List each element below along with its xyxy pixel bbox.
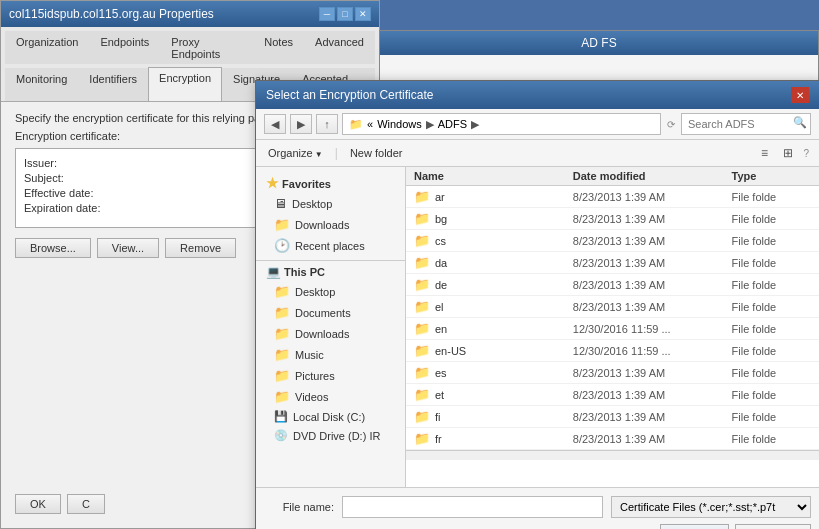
maximize-btn[interactable]: □: [337, 7, 353, 21]
horizontal-scrollbar[interactable]: [406, 450, 819, 460]
minimize-btn[interactable]: ─: [319, 7, 335, 21]
pc-icon: 💻: [266, 265, 281, 279]
tab-notes[interactable]: Notes: [253, 31, 304, 64]
table-row[interactable]: 📁 es 8/23/2013 1:39 AM File folde: [406, 362, 819, 384]
tab-proxy-endpoints[interactable]: Proxy Endpoints: [160, 31, 253, 64]
folder-icon-music: 📁: [274, 347, 290, 362]
file-name-cell: 📁 en: [414, 321, 573, 336]
file-date-cell: 8/23/2013 1:39 AM: [573, 191, 732, 203]
table-row[interactable]: 📁 da 8/23/2013 1:39 AM File folde: [406, 252, 819, 274]
sidebar-desktop-fav[interactable]: 🖥 Desktop: [256, 193, 405, 214]
folder-icon: 📁: [414, 277, 430, 292]
fd-sidebar: ★ Favorites 🖥 Desktop 📁 Downloads 🕑 Rece…: [256, 167, 406, 487]
table-row[interactable]: 📁 cs 8/23/2013 1:39 AM File folde: [406, 230, 819, 252]
folder-icon: 📁: [414, 431, 430, 446]
sidebar-dvd-drive[interactable]: 💿 DVD Drive (D:) IR: [256, 426, 405, 445]
tab-monitoring[interactable]: Monitoring: [5, 68, 78, 101]
file-name-cell: 📁 fi: [414, 409, 573, 424]
back-btn[interactable]: ◀: [264, 114, 286, 134]
table-row[interactable]: 📁 et 8/23/2013 1:39 AM File folde: [406, 384, 819, 406]
sidebar-recent-places[interactable]: 🕑 Recent places: [256, 235, 405, 256]
file-date-cell: 8/23/2013 1:39 AM: [573, 433, 732, 445]
sidebar-downloads-fav[interactable]: 📁 Downloads: [256, 214, 405, 235]
file-name-cell: 📁 de: [414, 277, 573, 292]
table-row[interactable]: 📁 ar 8/23/2013 1:39 AM File folde: [406, 186, 819, 208]
ok-button[interactable]: OK: [15, 494, 61, 514]
sidebar-downloads[interactable]: 📁 Downloads: [256, 323, 405, 344]
organize-button[interactable]: Organize: [264, 145, 327, 161]
tab-organization[interactable]: Organization: [5, 31, 89, 64]
path-sep-2: ▶: [471, 118, 479, 131]
forward-btn[interactable]: ▶: [290, 114, 312, 134]
sidebar-thispc-desktop[interactable]: 📁 Desktop: [256, 281, 405, 302]
refresh-icon: ⟳: [667, 119, 675, 130]
file-dialog-close-btn[interactable]: ✕: [791, 87, 809, 103]
dialog-cancel-button[interactable]: Cancel: [735, 524, 811, 529]
browse-button[interactable]: Browse...: [15, 238, 91, 258]
file-type-cell: File folde: [732, 235, 811, 247]
sidebar-videos[interactable]: 📁 Videos: [256, 386, 405, 407]
table-row[interactable]: 📁 fr 8/23/2013 1:39 AM File folde: [406, 428, 819, 450]
path-adfs: ADFS: [438, 118, 467, 130]
adfs-title: AD FS: [581, 36, 616, 50]
table-row[interactable]: 📁 fi 8/23/2013 1:39 AM File folde: [406, 406, 819, 428]
col-date-header[interactable]: Date modified: [573, 170, 732, 182]
col-type-header[interactable]: Type: [732, 170, 811, 182]
folder-icon: 📁: [414, 299, 430, 314]
file-name-text: da: [435, 257, 447, 269]
disk-icon-d: 💿: [274, 429, 288, 442]
new-folder-button[interactable]: New folder: [346, 145, 407, 161]
list-view-btn[interactable]: ≡: [753, 143, 775, 163]
filename-label: File name:: [264, 501, 334, 513]
table-row[interactable]: 📁 de 8/23/2013 1:39 AM File folde: [406, 274, 819, 296]
file-date-cell: 8/23/2013 1:39 AM: [573, 411, 732, 423]
file-date-cell: 8/23/2013 1:39 AM: [573, 257, 732, 269]
sidebar-pictures[interactable]: 📁 Pictures: [256, 365, 405, 386]
fd-body: ★ Favorites 🖥 Desktop 📁 Downloads 🕑 Rece…: [256, 167, 819, 487]
sidebar-documents[interactable]: 📁 Documents: [256, 302, 405, 323]
up-btn[interactable]: ↑: [316, 114, 338, 134]
path-bar[interactable]: 📁 « Windows ▶ ADFS ▶: [342, 113, 661, 135]
close-btn[interactable]: ✕: [355, 7, 371, 21]
folder-icon: 📁: [414, 233, 430, 248]
sidebar-local-disk[interactable]: 💾 Local Disk (C:): [256, 407, 405, 426]
sidebar-music[interactable]: 📁 Music: [256, 344, 405, 365]
folder-icon-fav-downloads: 📁: [274, 217, 290, 232]
file-type-cell: File folde: [732, 257, 811, 269]
table-row[interactable]: 📁 en 12/30/2016 11:59 ... File folde: [406, 318, 819, 340]
file-type-cell: File folde: [732, 323, 811, 335]
tab-encryption[interactable]: Encryption: [148, 67, 222, 101]
folder-icon-thispc-desktop: 📁: [274, 284, 290, 299]
file-name-cell: 📁 cs: [414, 233, 573, 248]
file-name-text: en: [435, 323, 447, 335]
search-icon: 🔍: [793, 116, 807, 129]
folder-icon-videos: 📁: [274, 389, 290, 404]
cancel-button[interactable]: C: [67, 494, 105, 514]
file-name-cell: 📁 et: [414, 387, 573, 402]
table-row[interactable]: 📁 el 8/23/2013 1:39 AM File folde: [406, 296, 819, 318]
file-name-cell: 📁 fr: [414, 431, 573, 446]
details-view-btn[interactable]: ⊞: [777, 143, 799, 163]
filetype-select[interactable]: Certificate Files (*.cer;*.sst;*.p7t: [611, 496, 811, 518]
file-date-cell: 8/23/2013 1:39 AM: [573, 389, 732, 401]
tab-endpoints[interactable]: Endpoints: [89, 31, 160, 64]
help-icon: ?: [801, 146, 811, 161]
folder-icon: 📁: [414, 409, 430, 424]
search-input[interactable]: [681, 113, 811, 135]
file-type-cell: File folde: [732, 367, 811, 379]
table-row[interactable]: 📁 en-US 12/30/2016 11:59 ... File folde: [406, 340, 819, 362]
col-name-header[interactable]: Name: [414, 170, 573, 182]
open-button[interactable]: Open: [660, 524, 729, 529]
remove-button[interactable]: Remove: [165, 238, 236, 258]
view-button[interactable]: View...: [97, 238, 159, 258]
file-type-cell: File folde: [732, 191, 811, 203]
folder-icon-recent: 🕑: [274, 238, 290, 253]
tab-identifiers[interactable]: Identifiers: [78, 68, 148, 101]
file-dialog: Select an Encryption Certificate ✕ ◀ ▶ ↑…: [255, 80, 819, 529]
file-name-cell: 📁 da: [414, 255, 573, 270]
path-windows: Windows: [377, 118, 422, 130]
tab-advanced[interactable]: Advanced: [304, 31, 375, 64]
table-row[interactable]: 📁 bg 8/23/2013 1:39 AM File folde: [406, 208, 819, 230]
file-type-cell: File folde: [732, 279, 811, 291]
filename-input[interactable]: [342, 496, 603, 518]
